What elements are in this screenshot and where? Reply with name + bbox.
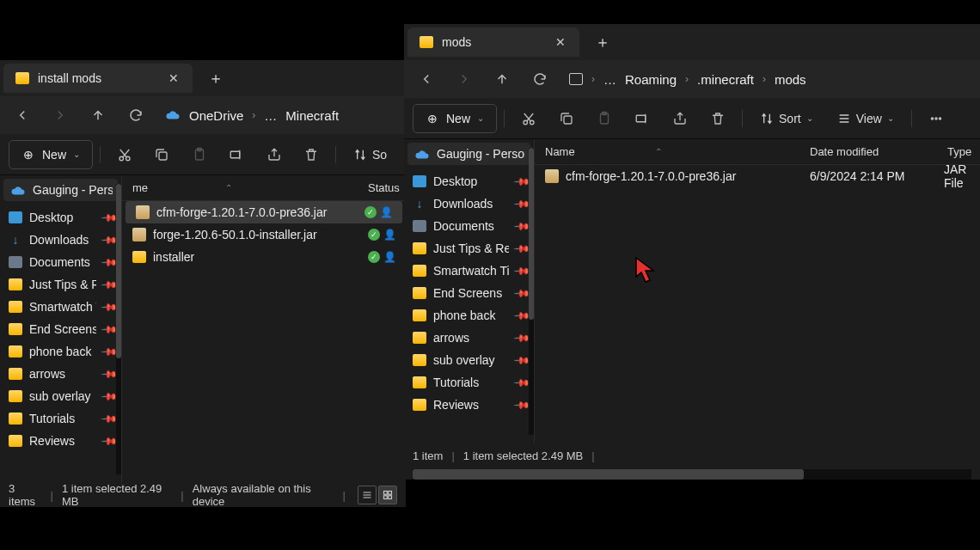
cut-button[interactable] — [107, 139, 141, 170]
sidebar-item[interactable]: sub overlay📌 — [0, 385, 121, 407]
rows[interactable]: cfm-forge-1.20.1-7.0.0-pre36.jar✓👤forge-… — [122, 201, 406, 483]
crumb-minecraft[interactable]: Minecraft — [285, 108, 339, 123]
sort-label: So — [372, 148, 387, 162]
sidebar-item[interactable]: sub overlay📌 — [404, 349, 534, 371]
rename-button[interactable] — [625, 103, 659, 134]
folder-icon — [9, 301, 22, 313]
sidebar-hdr-label: Gauging - Persona — [33, 183, 113, 197]
status-count: 1 item — [413, 449, 443, 462]
sidebar-item[interactable]: Smartwatch Tip📌 — [404, 260, 534, 282]
tab-install-mods[interactable]: install mods ✕ — [3, 64, 193, 93]
paste-button[interactable] — [587, 103, 622, 134]
folder-icon — [413, 265, 426, 277]
sidebar-item[interactable]: End Screens📌 — [404, 282, 534, 304]
rows[interactable]: cfm-forge-1.20.1-7.0.0-pre36.jar 6/9/202… — [535, 165, 980, 443]
forward-button[interactable] — [449, 64, 480, 95]
sidebar-item[interactable]: Tutorials📌 — [0, 407, 121, 430]
col-name[interactable]: Name — [535, 145, 799, 158]
close-icon[interactable]: ✕ — [167, 71, 181, 85]
up-button[interactable] — [487, 64, 518, 95]
horizontal-scrollbar[interactable] — [413, 469, 971, 480]
chevron-down-icon: ⌄ — [73, 150, 80, 159]
back-button[interactable] — [411, 64, 442, 95]
sidebar-item[interactable]: arrows📌 — [0, 363, 121, 385]
sort-button[interactable]: So — [343, 139, 397, 170]
col-type[interactable]: Type — [937, 145, 980, 158]
column-headers[interactable]: ⌃ me Status — [122, 175, 406, 201]
new-tab-button[interactable]: ＋ — [201, 64, 230, 93]
table-row[interactable]: forge-1.20.6-50.1.0-installer.jar✓👤 — [122, 223, 406, 246]
crumb-ellipsis[interactable]: … — [603, 72, 616, 87]
sidebar-onedrive[interactable]: Gauging - Persona — [407, 143, 530, 165]
icons-view-button[interactable] — [378, 486, 397, 504]
col-name[interactable]: me — [122, 181, 358, 194]
sidebar-item[interactable]: ↓Downloads📌 — [0, 229, 121, 251]
crumb-onedrive[interactable]: OneDrive — [189, 108, 243, 123]
forward-button[interactable] — [45, 100, 76, 131]
table-row[interactable]: cfm-forge-1.20.1-7.0.0-pre36.jar 6/9/202… — [535, 165, 980, 187]
navbar: › … Roaming › .minecraft › mods — [404, 60, 980, 98]
copy-button[interactable] — [144, 139, 178, 170]
close-icon[interactable]: ✕ — [554, 35, 567, 49]
breadcrumb[interactable]: OneDrive › … Minecraft — [158, 107, 346, 123]
new-button[interactable]: ⊕ New ⌄ — [413, 104, 497, 133]
sidebar-item[interactable]: Smartwatch Tip📌 — [0, 296, 121, 318]
jar-icon — [136, 205, 150, 219]
sidebar-item[interactable]: Just Tips & Rev📌 — [404, 237, 534, 260]
more-button[interactable] — [919, 103, 953, 134]
up-button[interactable] — [83, 100, 113, 131]
column-headers[interactable]: ⌃ Name Date modified Type — [535, 139, 980, 165]
back-button[interactable] — [7, 100, 38, 131]
file-name: installer — [153, 250, 194, 264]
sidebar-item[interactable]: Documents📌 — [404, 215, 534, 237]
rename-button[interactable] — [219, 139, 253, 170]
svg-rect-7 — [389, 492, 392, 495]
share-button[interactable] — [257, 139, 291, 170]
sidebar-item[interactable]: ↓Downloads📌 — [404, 192, 534, 215]
status-cell: ✓👤 — [354, 206, 402, 218]
sidebar-item[interactable]: Reviews📌 — [0, 430, 121, 452]
table-row[interactable]: installer✓👤 — [122, 246, 406, 268]
sidebar-scrollbar[interactable] — [116, 184, 121, 474]
crumb-roaming[interactable]: Roaming — [625, 72, 677, 87]
refresh-button[interactable] — [524, 64, 555, 95]
cut-button[interactable] — [511, 103, 546, 134]
new-tab-button[interactable]: ＋ — [588, 28, 617, 57]
tabbar: install mods ✕ ＋ — [0, 60, 406, 96]
paste-button[interactable] — [182, 139, 216, 170]
copy-button[interactable] — [549, 103, 584, 134]
sidebar-item-label: End Screens — [433, 286, 509, 300]
refresh-button[interactable] — [120, 100, 151, 131]
status-selected: 1 item selected 2.49 MB — [463, 449, 583, 462]
sidebar-item[interactable]: arrows📌 — [404, 327, 534, 349]
sort-button[interactable]: Sort ⌄ — [750, 103, 824, 134]
tab-mods[interactable]: mods ✕ — [407, 28, 579, 57]
share-button[interactable] — [663, 103, 697, 134]
svg-rect-5 — [230, 151, 240, 158]
table-row[interactable]: cfm-forge-1.20.1-7.0.0-pre36.jar✓👤 — [126, 201, 402, 223]
delete-button[interactable] — [701, 103, 735, 134]
sidebar-item[interactable]: phone back📌 — [0, 340, 121, 363]
sidebar-item[interactable]: End Screens📌 — [0, 318, 121, 340]
sync-ok-icon: ✓ — [364, 206, 377, 218]
col-status[interactable]: Status — [358, 181, 406, 194]
crumb-minecraft[interactable]: .minecraft — [697, 72, 754, 87]
folder-icon — [9, 390, 22, 402]
sidebar-item[interactable]: Tutorials📌 — [404, 371, 534, 394]
sidebar-item[interactable]: Just Tips & Rev📌 — [0, 273, 121, 296]
details-view-button[interactable] — [358, 486, 377, 504]
sidebar-item[interactable]: Desktop📌 — [404, 170, 534, 192]
crumb-mods[interactable]: mods — [775, 72, 806, 87]
new-button[interactable]: ⊕ New ⌄ — [9, 140, 93, 169]
delete-button[interactable] — [294, 139, 328, 170]
sidebar-scrollbar[interactable] — [529, 148, 534, 435]
sidebar-item[interactable]: Documents📌 — [0, 251, 121, 273]
crumb-ellipsis[interactable]: … — [264, 108, 277, 123]
sidebar-item[interactable]: Desktop📌 — [0, 206, 121, 229]
sidebar-onedrive[interactable]: Gauging - Persona — [3, 179, 118, 201]
view-button[interactable]: View ⌄ — [827, 103, 904, 134]
sidebar-item[interactable]: phone back📌 — [404, 304, 534, 327]
col-date[interactable]: Date modified — [799, 145, 937, 158]
breadcrumb[interactable]: › … Roaming › .minecraft › mods — [562, 72, 813, 87]
sidebar-item[interactable]: Reviews📌 — [404, 394, 534, 416]
